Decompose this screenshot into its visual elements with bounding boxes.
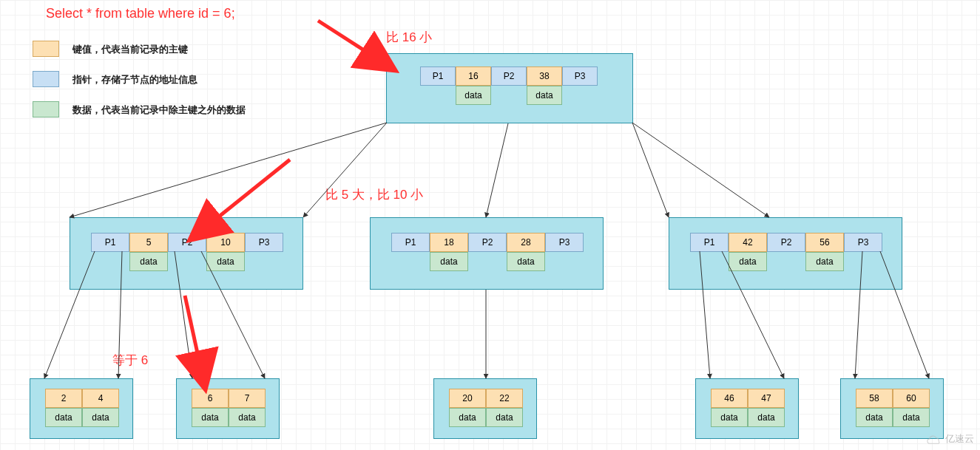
mid1-key2: 28 (507, 233, 545, 252)
mid1-p2: P2 (468, 233, 507, 252)
mid-node-1: P118P228P3 datadata (370, 217, 604, 290)
legend-data-label: 数据，代表当前记录中除主键之外的数据 (72, 103, 246, 117)
svg-line-14 (318, 21, 385, 64)
leaf3-d2: data (748, 408, 785, 427)
mid0-p3: P3 (245, 233, 283, 252)
leaf0-d2: data (82, 408, 119, 427)
mid2-p2: P2 (767, 233, 805, 252)
leaf2-k2: 22 (486, 389, 523, 408)
mid1-data2: data (507, 252, 545, 271)
root-p3: P3 (562, 67, 598, 86)
leaf4-d2: data (893, 408, 930, 427)
root-key2: 38 (527, 67, 562, 86)
mid-node-2: P142P256P3 datadata (669, 217, 902, 290)
svg-line-4 (632, 123, 769, 217)
cloud-icon (926, 434, 942, 444)
svg-line-3 (632, 123, 669, 217)
root-key1: 16 (456, 67, 491, 86)
root-p1: P1 (420, 67, 456, 86)
leaf1-d2: data (229, 408, 266, 427)
root-data2: data (527, 86, 562, 105)
annotation-bottom: 等于 6 (112, 352, 148, 369)
leaf4-k2: 60 (893, 389, 930, 408)
mid2-data2: data (805, 252, 844, 271)
mid0-key1: 5 (129, 233, 168, 252)
annotation-middle: 比 5 大，比 10 小 (325, 186, 423, 203)
mid2-p1: P1 (690, 233, 729, 252)
leaf-node-0: 24 datadata (30, 378, 133, 439)
leaf1-d1: data (192, 408, 229, 427)
mid-node-0: P15P210P3 datadata (70, 217, 303, 290)
mid1-p3: P3 (545, 233, 584, 252)
root-p2: P2 (491, 67, 527, 86)
leaf4-d1: data (856, 408, 893, 427)
leaf2-d1: data (449, 408, 486, 427)
mid0-p2: P2 (168, 233, 206, 252)
leaf0-k1: 2 (45, 389, 82, 408)
legend-key-swatch (33, 41, 59, 57)
leaf-node-4: 5860 datadata (840, 378, 944, 439)
mid1-data1: data (430, 252, 468, 271)
svg-line-16 (185, 296, 203, 377)
annotation-top: 比 16 小 (386, 29, 432, 46)
root-data1: data (456, 86, 491, 105)
watermark: 亿速云 (926, 432, 974, 446)
leaf-node-1: 67 datadata (176, 378, 280, 439)
mid1-p1: P1 (391, 233, 430, 252)
watermark-text: 亿速云 (945, 432, 974, 446)
leaf3-d1: data (711, 408, 748, 427)
leaf0-k2: 4 (82, 389, 119, 408)
legend-pointer-swatch (33, 71, 59, 87)
root-node: P116P238P3 datadata (386, 53, 633, 123)
leaf1-k2: 7 (229, 389, 266, 408)
leaf1-k1: 6 (192, 389, 229, 408)
mid2-key2: 56 (805, 233, 844, 252)
leaf0-d1: data (45, 408, 82, 427)
leaf3-k2: 47 (748, 389, 785, 408)
leaf2-d2: data (486, 408, 523, 427)
leaf4-k1: 58 (856, 389, 893, 408)
mid0-p1: P1 (91, 233, 129, 252)
mid0-key2: 10 (206, 233, 245, 252)
legend-key-label: 键值，代表当前记录的主键 (72, 43, 188, 56)
mid2-data1: data (729, 252, 767, 271)
legend-data-swatch (33, 101, 59, 117)
leaf-node-2: 2022 datadata (433, 378, 537, 439)
legend-pointer-label: 指针，存储子节点的地址信息 (72, 73, 197, 86)
mid0-data1: data (129, 252, 168, 271)
sql-query-title: Select * from table where id = 6; (46, 6, 235, 21)
mid0-data2: data (206, 252, 245, 271)
mid2-key1: 42 (729, 233, 767, 252)
svg-line-2 (486, 123, 508, 217)
mid2-p3: P3 (844, 233, 882, 252)
leaf2-k1: 20 (449, 389, 486, 408)
leaf3-k1: 46 (711, 389, 748, 408)
mid1-key1: 18 (430, 233, 468, 252)
leaf-node-3: 4647 datadata (695, 378, 799, 439)
